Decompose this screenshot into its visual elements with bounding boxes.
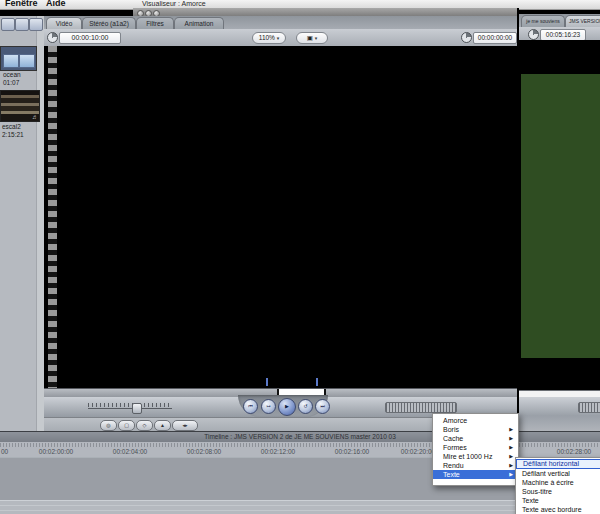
submenu-item-sous-titre[interactable]: Sous-titre (516, 487, 600, 496)
video-frame-foliage (521, 74, 600, 358)
browser-panel: ocean 01:07 ♬ escal2 2:15:21 (0, 16, 45, 431)
clip-duration: 01:07 (3, 79, 19, 86)
viewer-duration-field[interactable]: 00:00:10:00 (59, 32, 121, 44)
tab-animation[interactable]: Animation (174, 17, 224, 29)
submenu-item-defilant-horizontal[interactable]: Défilant horizontal (516, 459, 600, 469)
clip-name: ocean (3, 71, 21, 78)
thumbnail-frame (19, 54, 35, 68)
canvas-video-area (519, 40, 600, 390)
generator-context-menu: Amorce Boris▶ Cache▶ Formes▶ Mire et 100… (432, 413, 519, 486)
submenu-arrow-icon: ▶ (509, 461, 513, 470)
menu-item-rendu[interactable]: Rendu▶ (433, 461, 518, 470)
duration-clock-icon (47, 32, 58, 43)
canvas-jog-control[interactable] (578, 402, 600, 413)
submenu-arrow-icon: ▶ (509, 470, 513, 479)
menu-item-mire[interactable]: Mire et 1000 Hz▶ (433, 452, 518, 461)
browser-view-button-2[interactable] (15, 18, 29, 31)
window-divider (517, 8, 519, 431)
tab-filtres[interactable]: Filtres (136, 17, 174, 29)
ruler-label: 00:02:08:00 (187, 448, 221, 455)
menu-item-amorce[interactable]: Amorce (433, 416, 518, 425)
mark-in-out-button[interactable]: ◂▸ (172, 420, 198, 431)
browser-view-button-1[interactable] (1, 18, 15, 31)
shuttle-handle[interactable] (132, 403, 142, 414)
ruler-label: 00:02:12:00 (261, 448, 295, 455)
shuttle-control[interactable] (88, 402, 172, 411)
filmstrip-sprockets (46, 46, 59, 388)
viewer-control-row: 00:00:10:00 110% ▾ ▣ ▾ 00:00:00:00 (44, 29, 518, 47)
submenu-arrow-icon: ▶ (509, 434, 513, 443)
play-button[interactable]: ▶ (278, 398, 296, 416)
texte-submenu: Défilant horizontal Défilant vertical Ma… (515, 457, 600, 514)
viewer-zoom-dropdown[interactable]: 110% ▾ (252, 32, 286, 44)
submenu-arrow-icon: ▶ (509, 452, 513, 461)
menu-item-cache[interactable]: Cache▶ (433, 434, 518, 443)
clip-thumbnail-escal2[interactable]: ♬ (0, 90, 40, 122)
fcp-screen: Fenêtre Aide Visualiseur : Amorce ocean … (0, 0, 600, 514)
chevron-down-icon: ▾ (277, 35, 280, 41)
menu-item-texte[interactable]: Texte▶ (433, 470, 518, 479)
canvas-tab-row: je me souviens JMS VERSION (519, 14, 600, 27)
next-edit-button[interactable]: ⏭ (315, 399, 330, 414)
match-frame-button[interactable]: ◎ (100, 420, 117, 431)
play-around-button[interactable]: ↺ (298, 399, 313, 414)
canvas-transport-bar (519, 397, 600, 431)
submenu-item-machine-a-ecrire[interactable]: Machine à écrire (516, 478, 600, 487)
add-marker-button[interactable]: ▲ (154, 420, 171, 431)
mark-clip-button[interactable]: ▢ (118, 420, 135, 431)
tab-stereo[interactable]: Stéréo (a1a2) (82, 17, 136, 29)
clip-name: escal2 (2, 123, 21, 130)
view-icon: ▣ (307, 34, 313, 41)
current-time-clock-icon (461, 32, 472, 43)
menu-item-boris[interactable]: Boris▶ (433, 425, 518, 434)
ruler-label: 00:02:28:00 (557, 448, 591, 455)
tab-video[interactable]: Vidéo (46, 17, 82, 29)
in-point-mark (266, 378, 268, 386)
browser-view-button-3[interactable] (29, 18, 43, 31)
submenu-arrow-icon: ▶ (509, 443, 513, 452)
clip-duration: 2:15:21 (2, 131, 24, 138)
menu-item-formes[interactable]: Formes▶ (433, 443, 518, 452)
submenu-item-defilant-vertical[interactable]: Défilant vertical (516, 469, 600, 478)
viewer-tab-row: Vidéo Stéréo (a1a2) Filtres Animation (44, 16, 518, 29)
canvas-window: je me souviens JMS VERSION 00:05:16:23 (519, 14, 600, 431)
add-keyframe-button[interactable]: ◇ (136, 420, 153, 431)
ruler-label: 00:02:00:00 (39, 448, 73, 455)
chevron-down-icon: ▾ (315, 35, 318, 41)
shuttle-track (88, 408, 172, 409)
tab-jms-version[interactable]: JMS VERSION (565, 15, 600, 27)
submenu-item-texte-avec-bordure[interactable]: Texte avec bordure (516, 505, 600, 514)
viewer-title: Visualiseur : Amorce (142, 0, 206, 7)
submenu-arrow-icon: ▶ (509, 425, 513, 434)
submenu-item-texte[interactable]: Texte (516, 496, 600, 505)
ruler-label: 00:02:20:00 (401, 448, 435, 455)
ruler-label: 00:02:04:00 (113, 448, 147, 455)
canvas-control-row: 00:05:16:23 (519, 27, 600, 41)
out-point-mark (316, 378, 318, 386)
ruler-label: 00:02:16:00 (335, 448, 369, 455)
viewer-video-area (44, 46, 518, 388)
menu-aide[interactable]: Aide (46, 0, 66, 8)
viewer-current-time-field[interactable]: 00:00:00:00 (473, 32, 517, 44)
previous-edit-button[interactable]: ⏮ (243, 399, 258, 414)
canvas-clock-icon (528, 29, 539, 40)
thumbnail-frame (3, 54, 19, 68)
ruler-label: 00 (1, 448, 8, 455)
play-in-to-out-button[interactable]: ↦ (261, 399, 276, 414)
browser-scroll-gutter[interactable] (36, 16, 44, 431)
clip-thumbnail-ocean[interactable] (0, 46, 37, 71)
jog-control[interactable] (385, 402, 457, 413)
viewer-view-dropdown[interactable]: ▣ ▾ (296, 32, 328, 44)
viewer-window: Vidéo Stéréo (a1a2) Filtres Animation 00… (44, 16, 518, 431)
speaker-icon: ♬ (32, 114, 38, 120)
menu-fenetre[interactable]: Fenêtre (5, 0, 38, 8)
timeline-lower-band[interactable] (0, 500, 600, 514)
tab-je-me-souviens[interactable]: je me souviens (521, 15, 565, 27)
